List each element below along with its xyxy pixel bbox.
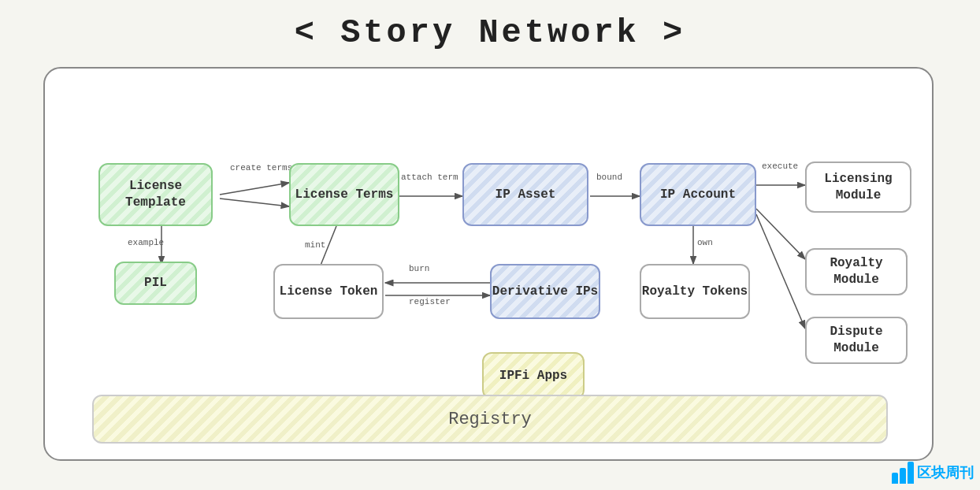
main-container: create terms attach term bound execute e… <box>43 67 934 461</box>
watermark-text: 区块周刊 <box>917 463 974 482</box>
node-license-token: License Token <box>273 264 384 319</box>
svg-line-12 <box>756 209 805 259</box>
bar-3 <box>908 462 914 484</box>
bar-1 <box>892 473 898 484</box>
label-burn: burn <box>409 264 429 273</box>
svg-line-3 <box>220 199 289 206</box>
node-licensing-module: Licensing Module <box>805 161 911 213</box>
registry-bar: Registry <box>92 395 888 444</box>
bar-2 <box>900 468 906 484</box>
label-example: example <box>128 238 164 247</box>
page-title: < Story Network > <box>0 0 980 60</box>
label-mint: mint <box>305 240 325 250</box>
node-dispute-module: Dispute Module <box>805 317 908 364</box>
svg-line-13 <box>756 214 805 329</box>
node-royalty-tokens: Royalty Tokens <box>640 264 750 319</box>
label-create-terms: create terms <box>230 163 292 173</box>
node-license-template: License Template <box>98 163 213 226</box>
node-derivative-ips: Derivative IPs <box>490 264 600 319</box>
watermark: 区块周刊 <box>892 462 974 484</box>
diagram-area: create terms attach term bound execute e… <box>45 69 932 399</box>
node-pil: PIL <box>114 262 197 305</box>
label-register: register <box>409 297 451 306</box>
svg-line-2 <box>220 183 289 195</box>
arrows-svg <box>45 69 932 399</box>
watermark-bars <box>892 462 914 484</box>
label-own: own <box>697 238 713 247</box>
node-royalty-module: Royalty Module <box>805 248 908 295</box>
node-ip-asset: IP Asset <box>462 163 588 226</box>
label-bound: bound <box>596 173 622 182</box>
node-license-terms: License Terms <box>289 163 399 226</box>
label-execute: execute <box>762 161 798 171</box>
label-attach-term: attach term <box>401 173 458 182</box>
node-ipfi-apps: IPFi Apps <box>482 352 585 399</box>
node-ip-account: IP Account <box>640 163 756 226</box>
